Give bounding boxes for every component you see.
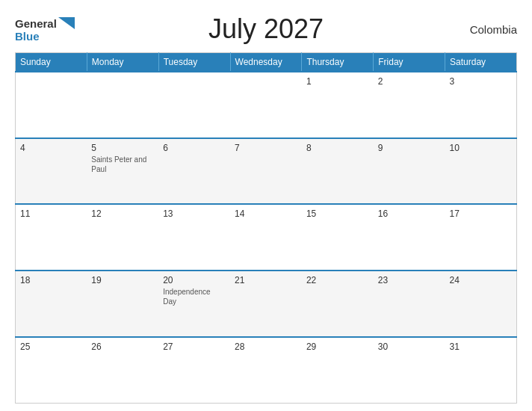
cell-week3-day2: 13	[158, 204, 230, 271]
day-number: 20	[163, 275, 226, 285]
cell-week5-day4: 29	[302, 337, 374, 404]
col-friday: Friday	[374, 53, 445, 72]
cell-week5-day5: 30	[374, 337, 445, 404]
cell-week2-day6: 10	[445, 138, 517, 205]
day-number: 23	[378, 275, 441, 285]
cell-week3-day3: 14	[230, 204, 302, 271]
day-number: 30	[378, 342, 441, 352]
country-label: Colombia	[457, 23, 517, 36]
col-saturday: Saturday	[445, 53, 517, 72]
cell-week1-day0	[16, 72, 87, 138]
day-number: 13	[163, 208, 226, 219]
cell-week2-day3: 7	[230, 138, 302, 205]
week-row-1: 123	[16, 72, 517, 138]
day-number: 3	[450, 76, 512, 87]
day-number: 24	[450, 275, 512, 285]
calendar-table: Sunday Monday Tuesday Wednesday Thursday…	[15, 52, 517, 404]
day-number: 14	[235, 208, 297, 219]
cell-week3-day4: 15	[302, 204, 374, 271]
cell-week4-day1: 19	[87, 271, 158, 337]
cell-week5-day6: 31	[445, 337, 517, 404]
col-sunday: Sunday	[16, 53, 87, 72]
day-number: 19	[91, 275, 154, 285]
day-number: 25	[20, 342, 82, 352]
holiday-label: Independence Day	[163, 287, 226, 306]
cell-week3-day5: 16	[374, 204, 445, 271]
cell-week1-day6: 3	[445, 72, 517, 138]
cell-week3-day1: 12	[87, 204, 158, 271]
day-number: 15	[306, 208, 369, 219]
page: General Blue July 2027 Colombia Sunday M…	[0, 0, 532, 411]
col-monday: Monday	[87, 53, 158, 72]
cell-week5-day3: 28	[230, 337, 302, 404]
day-number: 2	[378, 76, 441, 87]
week-row-2: 45Saints Peter and Paul678910	[16, 138, 517, 205]
cell-week4-day2: 20Independence Day	[158, 271, 230, 337]
day-number: 26	[91, 342, 154, 352]
cell-week5-day2: 27	[158, 337, 230, 404]
cell-week2-day5: 9	[374, 138, 445, 205]
cell-week3-day6: 17	[445, 204, 517, 271]
day-number: 12	[91, 208, 154, 219]
day-number: 22	[306, 275, 369, 285]
day-number: 1	[306, 76, 369, 87]
day-number: 17	[450, 208, 512, 219]
cell-week4-day6: 24	[445, 271, 517, 337]
calendar-header: Sunday Monday Tuesday Wednesday Thursday…	[16, 53, 517, 72]
logo-flag-icon	[58, 17, 75, 29]
week-row-5: 25262728293031	[16, 337, 517, 404]
cell-week2-day0: 4	[16, 138, 87, 205]
day-number: 6	[163, 143, 226, 153]
holiday-label: Saints Peter and Paul	[91, 155, 154, 174]
cell-week2-day2: 6	[158, 138, 230, 205]
cell-week2-day1: 5Saints Peter and Paul	[87, 138, 158, 205]
calendar-title: July 2027	[75, 13, 457, 45]
day-number: 21	[235, 275, 297, 285]
day-number: 8	[306, 143, 369, 153]
cell-week4-day0: 18	[16, 271, 87, 337]
cell-week4-day5: 23	[374, 271, 445, 337]
week-row-3: 11121314151617	[16, 204, 517, 271]
logo-general-text: General	[15, 18, 57, 29]
day-number: 18	[20, 275, 82, 285]
cell-week1-day3	[230, 72, 302, 138]
cell-week1-day4: 1	[302, 72, 374, 138]
day-number: 16	[378, 208, 441, 219]
day-number: 27	[163, 342, 226, 352]
cell-week2-day4: 8	[302, 138, 374, 205]
week-row-4: 181920Independence Day21222324	[16, 271, 517, 337]
logo-blue-text: Blue	[15, 31, 40, 42]
header: General Blue July 2027 Colombia	[15, 13, 517, 45]
cell-week4-day3: 21	[230, 271, 302, 337]
col-thursday: Thursday	[302, 53, 374, 72]
day-number: 31	[450, 342, 512, 352]
day-headers-row: Sunday Monday Tuesday Wednesday Thursday…	[16, 53, 517, 72]
cell-week1-day2	[158, 72, 230, 138]
cell-week4-day4: 22	[302, 271, 374, 337]
calendar-body: 12345Saints Peter and Paul67891011121314…	[16, 72, 517, 404]
col-wednesday: Wednesday	[230, 53, 302, 72]
day-number: 4	[20, 143, 82, 153]
col-tuesday: Tuesday	[158, 53, 230, 72]
cell-week5-day1: 26	[87, 337, 158, 404]
day-number: 7	[235, 143, 297, 153]
day-number: 29	[306, 342, 369, 352]
day-number: 10	[450, 143, 512, 153]
day-number: 9	[378, 143, 441, 153]
day-number: 5	[91, 143, 154, 153]
cell-week1-day1	[87, 72, 158, 138]
cell-week1-day5: 2	[374, 72, 445, 138]
cell-week5-day0: 25	[16, 337, 87, 404]
day-number: 11	[20, 208, 82, 219]
logo: General Blue	[15, 17, 75, 42]
cell-week3-day0: 11	[16, 204, 87, 271]
day-number: 28	[235, 342, 297, 352]
